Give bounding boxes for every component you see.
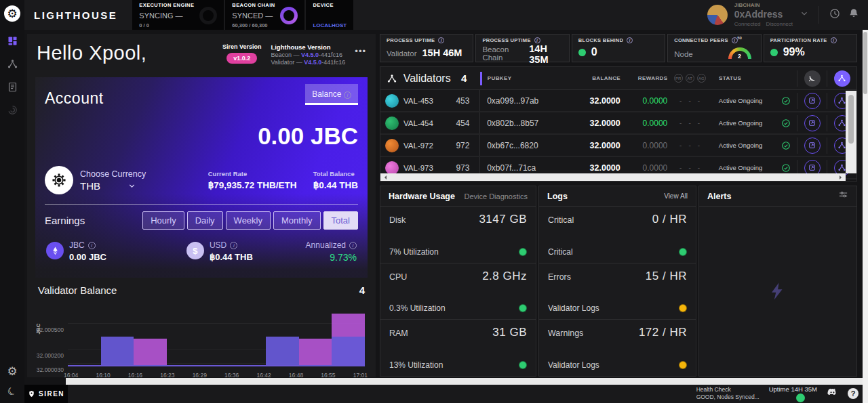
table-horizontal-scrollbar[interactable] [380,173,846,181]
external-link-icon [808,119,816,127]
info-icon[interactable] [627,37,633,43]
health-check-label: Health Check [696,386,760,394]
currency-select[interactable]: THB [80,180,146,192]
chart-bar-slot[interactable] [68,303,101,366]
info-icon[interactable] [534,37,540,43]
process-uptime-validator-card: PROCESS UPTIME Validator 15H 46M [380,34,473,62]
tab-daily[interactable]: Daily [187,211,223,230]
chart-bar-slot[interactable] [167,303,200,366]
chart-bar-slot[interactable] [200,303,233,366]
alerts-filter-icon[interactable] [838,190,848,203]
chart-bar-slot[interactable] [266,303,299,366]
peers-node-sub: Node [674,50,693,58]
footer: SIREN Health Check GOOD, Nodes Synced...… [24,385,868,403]
account-card: Account Balance 0.00 JBC Choose Currency… [35,77,368,278]
validator-status: Active Ongoing [712,119,776,127]
validators-nodes-icon [7,58,18,70]
external-link-icon [808,163,816,172]
validator-rewards: 0.0000 [620,141,668,150]
tab-total[interactable]: Total [323,211,358,230]
col-status: STATUS [712,75,776,81]
chart-bar-slot[interactable] [101,303,134,366]
errors-rate: 15 / HR [646,270,687,283]
validator-row[interactable]: VAL-454 454 0x802b...8b57 32.0000 0.0000… [380,112,856,135]
validator-pubkey[interactable]: 0xb67c...6820 [487,141,562,150]
execution-engine-label: EXECUTION ENGINE [139,2,194,8]
tab-device-diagnostics[interactable]: Device Diagnostics [464,192,528,200]
uptime-validator-sub: Validator [387,49,417,58]
view-all-link[interactable]: View All [664,192,688,200]
external-link-icon [808,96,816,105]
validator-balance-blue-bar [134,365,167,367]
validator-pubkey[interactable]: 0xa099...97ab [487,96,562,106]
validator-status: Active Ongoing [712,142,776,149]
warnings-sub: Validator Logs [548,360,599,370]
table-vertical-scrollbar[interactable] [846,91,856,173]
overflow-menu-icon[interactable]: ••• [355,43,366,56]
help-button[interactable]: ? [848,388,859,399]
account-avatar[interactable] [707,5,728,25]
siren-logo-icon[interactable]: ⚙ [4,5,20,22]
sidebar-item-grafana[interactable] [7,104,18,119]
validator-balance-blue-bar [68,365,101,367]
open-validator-button[interactable] [804,137,821,154]
info-icon[interactable] [438,37,444,43]
chevron-down-icon[interactable] [800,9,809,21]
ram-label: RAM [389,328,408,338]
tab-balance[interactable]: Balance [305,84,358,105]
validator-status: Active Ongoing [712,97,776,104]
device-name[interactable]: LOCALHOST [313,22,347,28]
validator-row[interactable]: VAL-972 972 0xb67c...6820 32.0000 0.0000… [380,135,856,157]
discord-icon[interactable] [827,387,838,401]
execution-engine-status: EXECUTION ENGINE SYNCING — 0 / 0 [132,0,224,30]
chart-bar-slot[interactable] [134,303,167,366]
validators-action-button[interactable] [834,70,850,87]
chart-bar-slot[interactable] [332,303,365,366]
sidebar-item-dashboard[interactable] [7,35,18,49]
health-status-dot [796,394,805,402]
col-balance: BALANCE [563,75,620,81]
broadcast-satellite-button[interactable] [804,70,821,87]
execution-sync-ring-icon [199,7,217,24]
open-validator-button[interactable] [804,93,821,109]
sidebar-item-validators[interactable] [7,58,18,72]
validators-nodes-icon [837,74,846,83]
tab-hourly[interactable]: Hourly [142,211,184,230]
notifications-bell-icon[interactable] [848,7,860,22]
validator-pubkey[interactable]: 0xb07f...71ca [487,163,562,173]
settings-gear-icon[interactable]: ⚙ [7,366,17,377]
tab-hardware-usage[interactable]: Hardware Usage [389,192,455,201]
annualized-value: 9.73% [330,252,357,263]
page-vertical-scrollbar[interactable] [863,30,868,403]
info-icon[interactable] [344,91,351,99]
validator-name: VAL-454 [403,119,456,127]
sidebar-item-logs[interactable] [7,81,18,96]
external-link-icon [808,141,816,150]
info-icon[interactable] [88,242,96,249]
validators-title: Validators [403,72,461,85]
earnings-label: Earnings [45,215,85,226]
page-horizontal-scrollbar[interactable] [66,378,863,385]
dark-mode-moon-icon[interactable]: ☾ [5,384,19,399]
validator-row[interactable]: VAL-453 453 0xa099...97ab 32.0000 0.0000… [380,90,856,112]
open-validator-button[interactable] [804,115,821,131]
validator-index: 972 [456,141,479,150]
validator-pubkey[interactable]: 0x802b...8b57 [487,119,562,128]
beacon-version: Beacon — V4.5.0-441fc16 [271,51,345,58]
clock-icon[interactable] [829,7,841,22]
siren-footer-logo[interactable]: SIREN [24,385,68,403]
validator-index: 454 [456,119,479,128]
validator-balance: 32.0000 [562,163,620,173]
tab-weekly[interactable]: Weekly [226,211,271,230]
wallet-address[interactable]: 0xAddress [734,9,793,21]
chart-plot[interactable]: 32.00003032.00020032.000500 [68,303,365,366]
info-icon[interactable] [349,242,357,249]
usd-earnings-value: ฿0.44 THB [210,252,253,262]
info-icon[interactable] [831,37,837,43]
tab-monthly[interactable]: Monthly [273,211,321,230]
footer-uptime: Uptime 14H 35M [769,385,817,393]
chart-bar-slot[interactable] [233,303,266,366]
chart-bar-slot[interactable] [299,303,332,366]
disconnect-link[interactable]: Disconnect [766,21,793,28]
info-icon[interactable] [230,242,237,249]
